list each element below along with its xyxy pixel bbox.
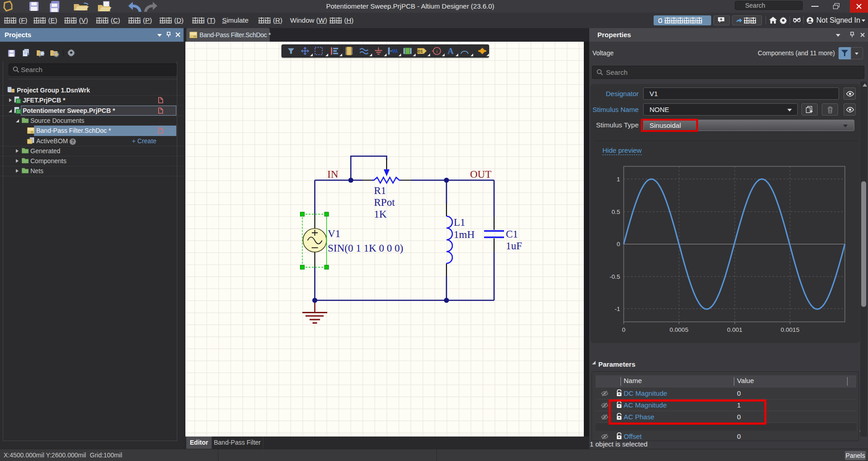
svg-text:0: 0 [622,326,626,333]
svg-text:R1: R1 [374,185,386,196]
svg-text:1K: 1K [374,209,387,220]
svg-text:0: 0 [616,241,620,247]
svg-text:?: ? [71,139,74,144]
svg-text:V1: V1 [328,228,340,239]
svg-text:-0.5: -0.5 [610,273,620,280]
svg-text:1: 1 [616,176,620,183]
svg-text:i: i [436,49,437,54]
svg-text:0.5: 0.5 [611,209,620,215]
svg-text:-1: -1 [615,306,620,312]
svg-text:C1: C1 [506,228,518,240]
svg-text:0.0005: 0.0005 [669,326,688,333]
svg-text:1uF: 1uF [506,240,522,252]
svg-text:OUT: OUT [470,169,491,180]
svg-text:1mH: 1mH [454,229,475,240]
svg-text:0.0015: 0.0015 [781,326,799,333]
svg-text:A: A [447,46,454,56]
svg-text:D1: D1 [417,49,423,53]
svg-text:IN: IN [327,169,339,180]
svg-text:0.001: 0.001 [727,326,742,333]
svg-text:L1: L1 [454,217,466,228]
svg-text:RPot: RPot [374,197,395,208]
svg-text:SIN(0 1 1K 0 0 0): SIN(0 1 1K 0 0 0) [328,243,403,254]
